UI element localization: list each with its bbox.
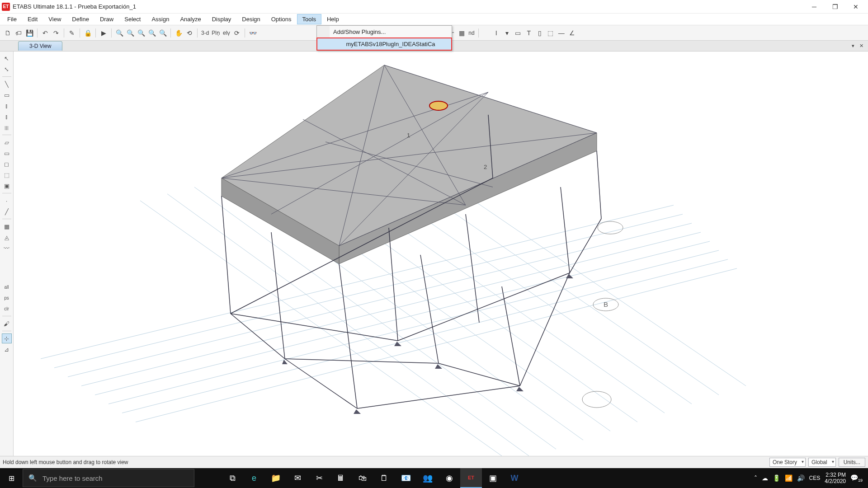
menu-select[interactable]: Select bbox=[119, 14, 146, 24]
etabs-taskbar-icon[interactable]: ET bbox=[460, 468, 482, 488]
open-file-icon[interactable]: 🏷 bbox=[14, 28, 24, 38]
menu-assign[interactable]: Assign bbox=[146, 14, 175, 24]
run-icon[interactable]: ▶ bbox=[99, 28, 108, 38]
menu-design[interactable]: Design bbox=[236, 14, 265, 24]
pencil-icon[interactable]: ✎ bbox=[67, 28, 77, 38]
ibeam-icon[interactable]: I bbox=[491, 28, 501, 38]
start-button[interactable]: ⊞ bbox=[0, 468, 23, 488]
menu-edit[interactable]: Edit bbox=[22, 14, 43, 24]
opening-icon[interactable]: ▣ bbox=[2, 181, 12, 191]
dim-icon[interactable]: ◬ bbox=[2, 232, 12, 242]
show-icon[interactable]: 👓 bbox=[248, 28, 258, 38]
taskbar-search[interactable]: 🔍 Type here to search bbox=[23, 469, 194, 487]
zoom-prev-icon[interactable]: 🔍 bbox=[136, 28, 146, 38]
link-icon[interactable]: ⬚ bbox=[546, 28, 556, 38]
menu-display[interactable]: Display bbox=[207, 14, 237, 24]
refresh-icon[interactable]: ⟳ bbox=[232, 28, 242, 38]
sticky-notes-icon[interactable]: 🗒 bbox=[373, 468, 395, 488]
link-tool-icon[interactable]: ╱ bbox=[2, 206, 12, 216]
reshape-icon[interactable]: ⤡ bbox=[2, 64, 12, 74]
angle-icon[interactable]: ∠ bbox=[567, 28, 577, 38]
select-all-button[interactable]: all bbox=[2, 282, 12, 292]
elev-view-button[interactable]: elṿ bbox=[222, 30, 231, 36]
pointer-icon[interactable]: ↖ bbox=[2, 53, 12, 63]
tray-chevron-icon[interactable]: ˄ bbox=[754, 474, 757, 482]
slab-tool-icon[interactable]: ▱ bbox=[2, 137, 12, 147]
menu-options[interactable]: Options bbox=[266, 14, 297, 24]
tab-dropdown-icon[interactable]: ▾ bbox=[850, 43, 856, 49]
menu-file[interactable]: File bbox=[2, 14, 22, 24]
joint-tool-icon[interactable]: · bbox=[2, 196, 12, 206]
mail-icon[interactable]: ✉ bbox=[287, 468, 308, 488]
onedrive-icon[interactable]: ☁ bbox=[762, 474, 768, 482]
word-icon[interactable]: W bbox=[504, 468, 525, 488]
measure-icon[interactable]: 〰 bbox=[2, 243, 12, 253]
section-icon[interactable]: ▭ bbox=[513, 28, 523, 38]
column-tool-icon[interactable]: ⫿ bbox=[2, 112, 12, 122]
new-file-icon[interactable]: 🗋 bbox=[3, 28, 13, 38]
zoom-extents-icon[interactable]: 🔍 bbox=[125, 28, 135, 38]
battery-icon[interactable]: 🔋 bbox=[773, 474, 780, 482]
node-button[interactable]: nd bbox=[467, 30, 475, 36]
brace-tool-icon[interactable]: ⫿ bbox=[2, 101, 12, 111]
menu-define[interactable]: Define bbox=[66, 14, 94, 24]
region-icon[interactable]: ⬚ bbox=[2, 170, 12, 180]
diaphragm-icon[interactable]: ▦ bbox=[457, 28, 467, 38]
notification-icon[interactable]: 💬19 bbox=[850, 474, 863, 483]
taskbar-clock[interactable]: 2:32 PM 4/2/2020 bbox=[825, 472, 846, 485]
line-tool-icon[interactable]: ╲ bbox=[2, 79, 12, 89]
menu-view[interactable]: View bbox=[43, 14, 66, 24]
dropdown-icon[interactable]: ▾ bbox=[502, 28, 512, 38]
menu-analyze[interactable]: Analyze bbox=[175, 14, 206, 24]
task-view-icon[interactable]: ⧉ bbox=[222, 468, 243, 488]
save-icon[interactable]: 💾 bbox=[24, 28, 34, 38]
grid-icon[interactable]: ▦ bbox=[2, 221, 12, 231]
coord-system-selector[interactable]: Global bbox=[808, 458, 836, 467]
line-icon[interactable]: — bbox=[557, 28, 566, 38]
maximize-button[interactable]: ❐ bbox=[825, 0, 845, 14]
snap-end-icon[interactable]: ⊿ bbox=[2, 344, 12, 354]
secondary-beam-icon[interactable]: ⫼ bbox=[2, 122, 12, 132]
menu-help[interactable]: Help bbox=[321, 14, 344, 24]
teams-icon[interactable]: 👥 bbox=[417, 468, 439, 488]
minimize-button[interactable]: ─ bbox=[804, 0, 825, 14]
snap-intersect-icon[interactable]: ⊹ bbox=[2, 333, 12, 343]
beam-tool-icon[interactable]: ▭ bbox=[2, 90, 12, 100]
units-button[interactable]: Units... bbox=[839, 458, 865, 467]
zoom-out-icon[interactable]: 🔍 bbox=[158, 28, 168, 38]
redo-icon[interactable]: ↷ bbox=[51, 28, 61, 38]
idea-icon[interactable]: ▣ bbox=[482, 468, 504, 488]
zoom-window-icon[interactable]: 🔍 bbox=[114, 28, 124, 38]
wall-icon[interactable]: ▯ bbox=[535, 28, 545, 38]
pan-icon[interactable]: ✋ bbox=[174, 28, 184, 38]
snip-icon[interactable]: ✂ bbox=[308, 468, 330, 488]
dropdown-idea-statica[interactable]: myETABSv18PlugIn_IDEAStatiCa bbox=[316, 38, 452, 51]
menu-tools[interactable]: Tools bbox=[297, 14, 321, 24]
tsection-icon[interactable]: T bbox=[524, 28, 534, 38]
lock-icon[interactable]: 🔒 bbox=[83, 28, 93, 38]
explorer-icon[interactable]: 📁 bbox=[265, 468, 287, 488]
calculator-icon[interactable]: 🖩 bbox=[330, 468, 352, 488]
story-selector[interactable]: One Story bbox=[769, 458, 806, 467]
3d-view-button[interactable]: 3-d bbox=[200, 30, 210, 36]
tab-close-icon[interactable]: ✕ bbox=[858, 43, 864, 49]
edge-icon[interactable]: e bbox=[243, 468, 265, 488]
wall-tool-icon[interactable]: ▭ bbox=[2, 148, 12, 158]
undo-icon[interactable]: ↶ bbox=[40, 28, 50, 38]
tab-3dview[interactable]: 3-D View bbox=[18, 41, 62, 51]
zoom-in-icon[interactable]: 🔍 bbox=[147, 28, 157, 38]
plan-view-button[interactable]: Plṇ bbox=[211, 30, 221, 36]
prev-select-button[interactable]: ps bbox=[2, 293, 12, 303]
rect-area-icon[interactable]: ◻ bbox=[2, 159, 12, 169]
volume-icon[interactable]: 🔊 bbox=[797, 474, 805, 482]
paint-icon[interactable]: 🖌 bbox=[2, 319, 12, 328]
language-indicator[interactable]: CES bbox=[809, 475, 821, 481]
clear-select-button[interactable]: clr bbox=[2, 304, 12, 314]
rotate-icon[interactable]: ⟲ bbox=[184, 28, 194, 38]
wifi-icon[interactable]: 📶 bbox=[785, 474, 793, 482]
outlook-icon[interactable]: 📧 bbox=[395, 468, 417, 488]
menu-draw[interactable]: Draw bbox=[94, 14, 119, 24]
3d-viewport[interactable]: 1 2 B bbox=[14, 52, 868, 456]
store-icon[interactable]: 🛍 bbox=[352, 468, 373, 488]
dropdown-add-plugins[interactable]: Add/Show Plugins... bbox=[317, 26, 452, 38]
